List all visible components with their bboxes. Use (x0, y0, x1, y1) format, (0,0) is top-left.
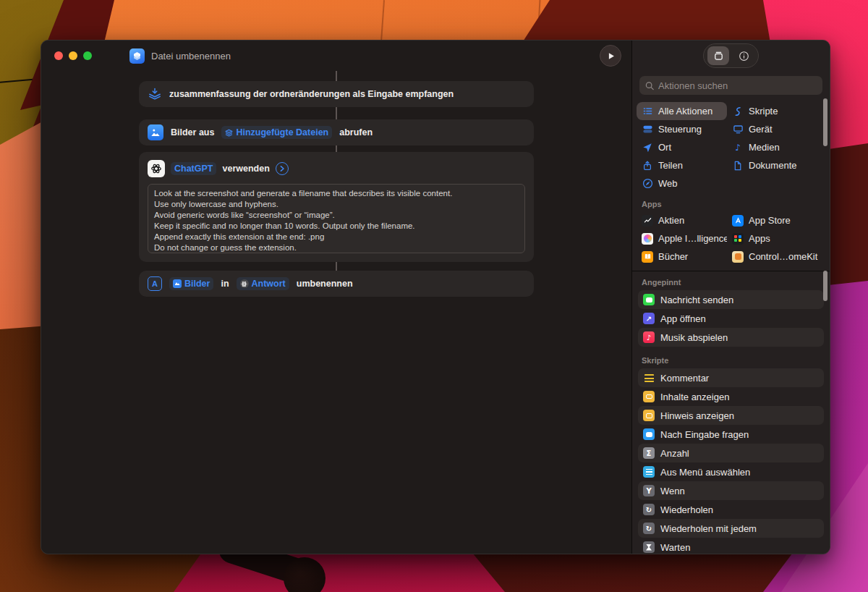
token-label: Hinzugefügte Dateien (236, 127, 328, 138)
variable-token-bilder[interactable]: Bilder (169, 277, 213, 290)
app-token-chatgpt[interactable]: ChatGPT (171, 162, 216, 175)
app-item-apple-intelligence[interactable]: Apple I…lligence (637, 229, 727, 248)
list-item-kommentar[interactable]: Kommentar (638, 368, 824, 387)
prompt-line: Do not change or guess the extension. (154, 242, 519, 253)
app-item-apps[interactable]: Apps (727, 229, 825, 248)
variable-token-hinzugefuegte-dateien[interactable]: Hinzugefügte Dateien (221, 126, 332, 139)
category-grid: Alle Aktionen Skripte Steuerung Gerät (632, 98, 830, 193)
app-item-aktien[interactable]: Aktien (637, 211, 727, 229)
category-label: Steuerung (658, 124, 702, 135)
token-label: ChatGPT (174, 164, 213, 174)
category-skripte[interactable]: Skripte (727, 102, 825, 120)
list-item-aus-menue-auswaehlen[interactable]: Aus Menü auswählen (638, 462, 824, 481)
sidebar-scrollbar-upper[interactable] (823, 98, 827, 146)
list-item-label: Hinweis anzeigen (660, 410, 734, 421)
variable-token-antwort[interactable]: Antwort (237, 277, 289, 290)
prompt-line: Look at the screenshot and generate a fi… (154, 188, 519, 199)
location-icon (642, 143, 653, 153)
comment-icon (643, 372, 655, 384)
play-icon (606, 51, 616, 61)
play-music-icon: ♪ (643, 331, 655, 343)
list-item-wiederholen[interactable]: ↻ Wiederholen (638, 500, 824, 519)
category-medien[interactable]: ♪ Medien (727, 138, 825, 156)
list-item-wenn[interactable]: Y Wenn (638, 481, 824, 500)
action-card-receive-input[interactable]: zusammenfassung der ordneränderungen als… (139, 81, 534, 107)
category-label: Alle Aktionen (658, 106, 712, 117)
category-steuerung[interactable]: Steuerung (637, 120, 727, 138)
action-library-sidebar: Alle Aktionen Skripte Steuerung Gerät (631, 41, 830, 554)
show-content-icon (643, 391, 655, 402)
prompt-textarea[interactable]: Look at the screenshot and generate a fi… (148, 184, 525, 253)
window-title: Datei umbenennen (151, 51, 231, 62)
action-library-toggle-button[interactable] (707, 46, 729, 65)
flow-connector (336, 145, 337, 152)
info-toggle-button[interactable] (733, 46, 754, 65)
repeat-icon: ↻ (643, 504, 655, 515)
open-app-icon: ↗ (643, 313, 655, 324)
app-item-buecher[interactable]: Bücher (637, 248, 727, 266)
expand-chevron-button[interactable] (276, 162, 289, 175)
app-item-controller-homekit[interactable]: Control…omeKit (727, 248, 825, 266)
list-item-nach-eingabe-fragen[interactable]: Nach Eingabe fragen (638, 425, 824, 444)
stocks-app-icon (642, 215, 653, 227)
category-label: Teilen (658, 160, 683, 171)
zoom-button[interactable] (83, 51, 92, 60)
prompt-line: Avoid generic words like “screenshot” or… (154, 210, 519, 221)
action-search-field[interactable] (639, 76, 822, 95)
list-item-label: Aus Menü auswählen (660, 467, 750, 478)
list-item-label: App öffnen (660, 313, 706, 324)
list-item-musik-abspielen[interactable]: ♪ Musik abspielen (638, 328, 824, 347)
apps-grid: Aktien App Store Apple I…lligence (632, 211, 830, 266)
category-dokumente[interactable]: Dokumente (727, 156, 825, 174)
token-label: Antwort (252, 279, 286, 289)
panel-segmented-control (703, 43, 759, 68)
title-bar: Datei umbenennen (41, 41, 631, 71)
action-text: abrufen (339, 127, 373, 138)
search-input[interactable] (658, 80, 817, 91)
close-button[interactable] (54, 51, 63, 60)
category-web[interactable]: Web (637, 174, 727, 193)
category-ort[interactable]: Ort (637, 138, 727, 156)
app-label: Apple I…lligence (658, 233, 727, 244)
ask-input-icon (643, 428, 655, 440)
list-item-label: Inhalte anzeigen (660, 392, 729, 402)
app-label: App Store (749, 215, 791, 226)
app-item-app-store[interactable]: App Store (727, 211, 825, 229)
search-icon (645, 81, 654, 90)
minimize-button[interactable] (69, 51, 77, 60)
traffic-lights (54, 51, 92, 60)
action-text: zusammenfassung der ordneränderungen als… (169, 89, 454, 99)
category-label: Dokumente (749, 160, 796, 171)
list-item-app-oeffnen[interactable]: ↗ App öffnen (638, 309, 824, 328)
action-card-rename[interactable]: A Bilder in Antwort umbene (139, 271, 534, 297)
list-item-label: Nachricht senden (660, 295, 733, 305)
gallery-panel-icon (713, 51, 724, 62)
run-shortcut-button[interactable] (600, 45, 621, 67)
action-text: in (221, 279, 229, 289)
category-teilen[interactable]: Teilen (637, 156, 727, 174)
list-icon (642, 106, 653, 117)
action-card-chatgpt[interactable]: ChatGPT verwenden Look at the screenshot… (139, 152, 534, 262)
list-item-anzahl[interactable]: Σ Anzahl (638, 444, 824, 462)
list-item-nachricht-senden[interactable]: Nachricht senden (638, 290, 824, 309)
flow-connector (336, 107, 337, 119)
list-item-warten[interactable]: Warten (638, 538, 824, 554)
category-geraet[interactable]: Gerät (727, 120, 825, 138)
rename-icon: A (148, 276, 162, 291)
category-alle-aktionen[interactable]: Alle Aktionen (637, 102, 727, 120)
app-label: Aktien (658, 215, 684, 226)
action-card-get-images[interactable]: Bilder aus Hinzugefügte Dateien abrufen (139, 119, 534, 145)
scripts-section-header: Skripte (638, 347, 824, 368)
list-item-inhalte-anzeigen[interactable]: Inhalte anzeigen (638, 387, 824, 406)
chatgpt-icon (148, 160, 165, 177)
appstore-app-icon (732, 215, 744, 227)
category-label: Ort (658, 142, 671, 153)
list-item-wiederholen-mit-jedem[interactable]: ↻ Wiederholen mit jedem (638, 519, 824, 538)
shortcuts-window: Datei umbenennen zusammenfassung der ord (41, 40, 830, 554)
list-item-hinweis-anzeigen[interactable]: Hinweis anzeigen (638, 406, 824, 425)
sidebar-scrollbar-lower[interactable] (823, 271, 827, 301)
action-text: Bilder aus (171, 127, 214, 138)
list-item-label: Wiederholen mit jedem (660, 523, 757, 534)
action-text: umbenennen (297, 279, 353, 289)
list-item-label: Anzahl (660, 448, 689, 459)
